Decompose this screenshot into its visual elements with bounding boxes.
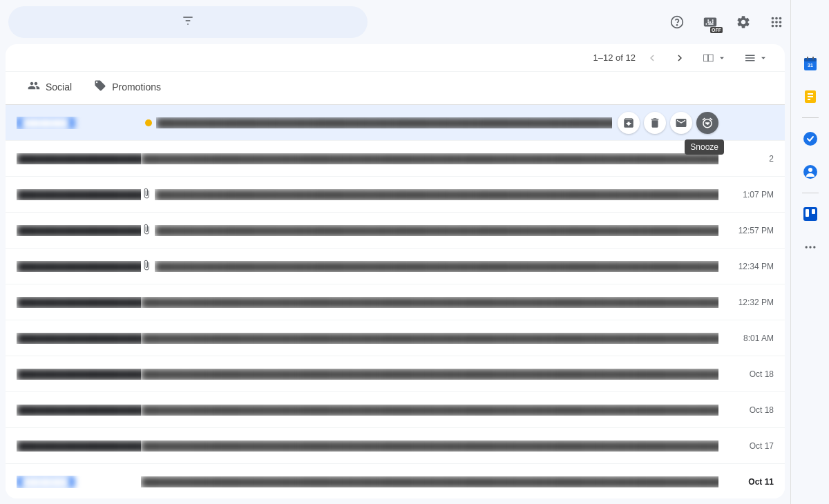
- email-content: ████████████████████████████████████████…: [141, 440, 718, 452]
- svg-rect-19: [812, 209, 815, 214]
- search-bar[interactable]: [8, 6, 368, 38]
- keep-app-icon[interactable]: [797, 83, 824, 110]
- right-panel: 31: [790, 0, 829, 504]
- svg-rect-6: [804, 58, 817, 61]
- attachment-icon: [141, 224, 152, 238]
- svg-text:31: 31: [808, 63, 813, 68]
- svg-point-14: [803, 132, 817, 146]
- next-page-button[interactable]: [669, 47, 691, 69]
- email-content: ████████████████████████████████████████…: [155, 189, 718, 200]
- email-sender: ████████████████████: [17, 225, 141, 236]
- email-content: ████████████████████████████████████████…: [141, 369, 718, 380]
- main-content: 1–12 of 12 Social: [0, 44, 829, 504]
- tab-promotions-label: Promotions: [112, 81, 161, 93]
- email-sender: ████████: [17, 117, 141, 129]
- email-time: 8:01 AM: [718, 333, 774, 343]
- tab-social[interactable]: Social: [17, 72, 83, 105]
- sender-badge: ████████: [17, 117, 75, 129]
- email-content: ████████████████████████████████████████…: [141, 153, 718, 164]
- email-content: ████████████████████████████████████████…: [141, 333, 718, 344]
- settings-button[interactable]: [730, 8, 757, 36]
- email-dot: [145, 119, 152, 126]
- svg-point-21: [809, 246, 811, 248]
- tabs-row: Social Promotions: [6, 72, 785, 105]
- apps-button[interactable]: [763, 8, 790, 36]
- off-badge: OFF: [710, 27, 723, 33]
- email-sender: ████████████████████: [17, 261, 141, 272]
- email-content: ████████████████████████████████████████…: [141, 297, 718, 308]
- filter-icon[interactable]: [181, 14, 195, 31]
- email-time: Oct 18: [718, 405, 774, 415]
- right-panel-divider: [802, 117, 819, 118]
- contacts-app-icon[interactable]: [797, 158, 824, 186]
- svg-point-16: [808, 168, 812, 172]
- tab-social-label: Social: [46, 81, 72, 93]
- email-sender: ████████████████████: [17, 369, 141, 380]
- mark-unread-button[interactable]: [670, 112, 692, 134]
- tab-promotions[interactable]: Promotions: [83, 72, 172, 105]
- email-content: ████████████████████████████████████████…: [156, 117, 612, 128]
- table-row[interactable]: ████████████████████ ███████████████████…: [6, 356, 785, 392]
- delete-button[interactable]: [644, 112, 666, 134]
- email-list-container: 1–12 of 12 Social: [6, 44, 785, 498]
- table-row[interactable]: ████████ ███████████████████████████████…: [6, 464, 785, 498]
- pagination-bar: 1–12 of 12: [6, 44, 785, 72]
- prev-page-button[interactable]: [641, 47, 663, 69]
- snooze-button[interactable]: [696, 112, 718, 134]
- table-row[interactable]: ████████████████████ ███████████████████…: [6, 213, 785, 249]
- email-time: 1:07 PM: [718, 190, 774, 200]
- table-row[interactable]: ████████████████████ ███████████████████…: [6, 392, 785, 428]
- top-bar: OFF: [0, 0, 829, 44]
- social-icon: [28, 79, 40, 95]
- trello-app-icon[interactable]: [797, 200, 824, 228]
- email-content: ████████████████████████████████████████…: [141, 476, 718, 487]
- email-sender: ████████████████████: [17, 333, 141, 344]
- svg-rect-8: [812, 57, 814, 59]
- table-row[interactable]: ████████████████████ ███████████████████…: [6, 284, 785, 320]
- email-sender: ████████████████████: [17, 405, 141, 416]
- email-sender: ████████: [17, 476, 141, 488]
- email-subject-blurred: ████████████████████████████████████████…: [156, 117, 612, 128]
- table-row[interactable]: ███████████████████ ████████████████████…: [6, 141, 785, 177]
- email-time: Oct 18: [718, 369, 774, 379]
- svg-point-20: [805, 246, 807, 248]
- email-time: Oct 17: [718, 441, 774, 451]
- email-content: ████████████████████████████████████████…: [155, 225, 718, 236]
- row-actions: Snooze: [618, 112, 718, 134]
- right-panel-divider-2: [802, 193, 819, 193]
- table-row[interactable]: ████████ ███████████████████████████████…: [6, 105, 785, 141]
- split-view-selector[interactable]: [696, 49, 732, 67]
- email-time: 12:32 PM: [718, 298, 774, 307]
- svg-rect-18: [806, 209, 809, 217]
- top-bar-left: [8, 6, 368, 38]
- table-row[interactable]: ████████████████████ ███████████████████…: [6, 428, 785, 464]
- promotions-icon: [94, 79, 106, 95]
- email-time: 12:34 PM: [718, 262, 774, 271]
- email-sender: ████████████████████: [17, 440, 141, 452]
- tasks-app-icon[interactable]: [797, 125, 824, 153]
- calendar-app-icon[interactable]: 31: [797, 50, 824, 77]
- email-time: Oct 11: [718, 477, 774, 487]
- archive-button[interactable]: [618, 112, 640, 134]
- email-sender: ████████████████████: [17, 189, 141, 200]
- table-row[interactable]: ████████████████████ ███████████████████…: [6, 249, 785, 284]
- email-sender: ████████████████████: [17, 297, 141, 308]
- snooze-container: Snooze: [696, 112, 718, 134]
- svg-rect-7: [807, 57, 808, 59]
- reading-pane-selector[interactable]: [738, 49, 774, 67]
- more-apps-icon[interactable]: [797, 233, 824, 261]
- attachment-icon: [141, 260, 152, 273]
- svg-point-22: [813, 246, 815, 248]
- email-time: 12:57 PM: [718, 226, 774, 235]
- email-content: ████████████████████████████████████████…: [141, 405, 718, 416]
- email-rows: ████████ ███████████████████████████████…: [6, 105, 785, 498]
- table-row[interactable]: ████████████████████ ███████████████████…: [6, 177, 785, 213]
- attachment-icon: [141, 188, 152, 202]
- email-time: 2: [718, 154, 774, 164]
- keyboard-shortcut-button[interactable]: OFF: [696, 8, 724, 36]
- help-button[interactable]: [663, 8, 691, 36]
- table-row[interactable]: ████████████████████ ███████████████████…: [6, 320, 785, 356]
- pagination-info: 1–12 of 12: [593, 52, 636, 63]
- email-sender: ███████████████████: [17, 153, 141, 164]
- email-content: ████████████████████████████████████████…: [155, 261, 718, 272]
